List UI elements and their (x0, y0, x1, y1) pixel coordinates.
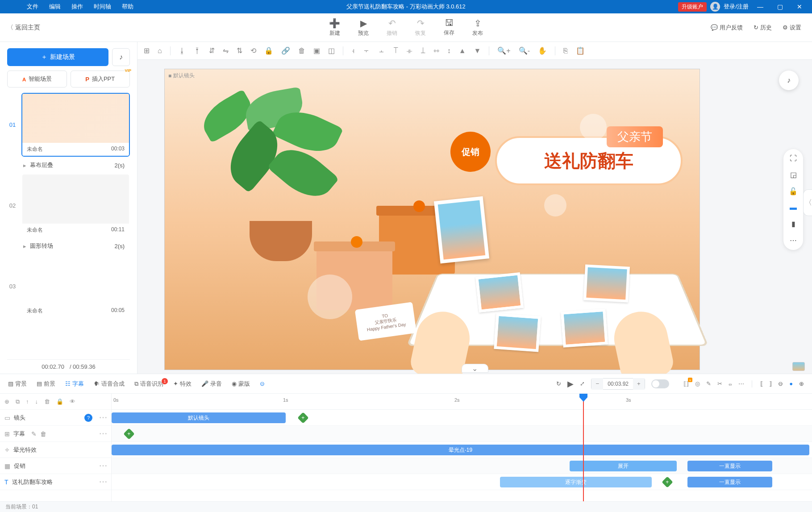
background-chip[interactable] (792, 362, 805, 371)
clip-always-show-2[interactable]: 一直显示 (687, 477, 772, 487)
tab-effects[interactable]: ✦特效 (173, 380, 192, 388)
sound-button[interactable]: ♪ (112, 48, 130, 66)
snap-toggle[interactable] (651, 379, 669, 388)
scene-card[interactable]: 未命名00:03 (21, 93, 130, 157)
playhead[interactable] (583, 394, 584, 501)
menu-help[interactable]: 帮助 (117, 1, 138, 12)
tab-subtitle[interactable]: ☷字幕 (65, 380, 84, 388)
dist-h-icon[interactable]: ⇿ (433, 46, 439, 55)
back-home-button[interactable]: 〈 返回主页 (7, 24, 40, 32)
del-icon[interactable]: 🗑 (40, 430, 46, 437)
arrow-up-icon[interactable]: ↑ (26, 398, 29, 405)
publish-button[interactable]: ⇪发布 (472, 18, 483, 37)
zoom-in-tl-icon[interactable]: ⊕ (799, 380, 804, 387)
track-row-promo[interactable]: 展开 一直显示 (112, 458, 812, 474)
expand-icon[interactable]: ⤢ (580, 380, 585, 387)
work-stage[interactable]: ■默认镜头 促销 父亲节 送礼防翻车 (137, 60, 812, 374)
timeline-tracks[interactable]: 0s 1s 2s 3s 默认镜头 + + 晕光点-19 展开 一直显示 逐字渐变… (112, 394, 812, 501)
out-point-icon[interactable]: ⟧ (769, 380, 772, 387)
history-button[interactable]: ↻历史 (754, 24, 772, 32)
flip-v-icon[interactable]: ⇅ (237, 46, 242, 55)
menu-timeline[interactable]: 时间轴 (89, 1, 116, 12)
bring-front-icon[interactable]: ▲ (459, 47, 466, 55)
scene-list[interactable]: 01 未命名00:03 ▸ 幕布层叠 2(s) 02 未命名00:11 ▸ (7, 93, 130, 359)
tab-tts[interactable]: 🗣语音合成 (94, 380, 125, 388)
home-icon[interactable]: ⌂ (158, 47, 162, 55)
timeline-collapse[interactable]: ⌄ (462, 364, 488, 373)
align-top-icon[interactable]: ⟙ (393, 47, 398, 55)
panel-collapse[interactable]: 〈 (803, 189, 812, 216)
scene-item-02[interactable]: 02 未命名00:11 (7, 174, 130, 237)
edit-tool-icon[interactable]: ✎ (706, 380, 711, 387)
dist-v-icon[interactable]: ↕ (447, 47, 451, 55)
menu-edit[interactable]: 编辑 (45, 1, 65, 12)
align-up-icon[interactable]: ⭱ (194, 47, 201, 55)
align-down-icon[interactable]: ⭳ (179, 47, 186, 55)
copy-icon[interactable]: ⎘ (563, 47, 568, 55)
zoom-out-icon[interactable]: 🔍- (519, 46, 530, 55)
stage-canvas[interactable]: ■默认镜头 促销 父亲节 送礼防翻车 (164, 69, 700, 370)
settings-button[interactable]: ⚙设置 (783, 24, 801, 32)
track-subtitle[interactable]: ⊞字幕✎🗑• • • (0, 426, 111, 442)
marker-icon[interactable]: ⟦⟧v (683, 380, 689, 387)
maximize-button[interactable]: ▢ (772, 2, 788, 12)
trash-icon[interactable]: 🗑 (298, 47, 305, 55)
help-icon[interactable]: ? (84, 414, 92, 422)
lock-icon[interactable]: 🔒 (264, 46, 273, 55)
timeline-ruler[interactable]: 0s 1s 2s 3s (112, 394, 812, 410)
tab-mask[interactable]: ◉蒙版 (232, 380, 250, 388)
add-track-icon[interactable]: ⊕ (4, 398, 9, 405)
track-promo[interactable]: ▦促销• • • (0, 458, 111, 474)
lock-track-icon[interactable]: 🔒 (56, 398, 63, 405)
track-camera[interactable]: ▭镜头?• • • (0, 410, 111, 426)
align-right-icon[interactable]: ⫠ (378, 47, 385, 55)
new-scene-button[interactable]: ＋新建场景 (7, 48, 108, 66)
camera-tool-icon[interactable]: ◎ (695, 380, 700, 387)
split-icon[interactable]: ◫ (328, 46, 335, 55)
preview-button[interactable]: ▶预览 (358, 18, 369, 37)
rotate-left-icon[interactable]: ⟲ (250, 46, 256, 55)
align-center-icon[interactable]: ⫟ (363, 47, 370, 55)
clip-always-show[interactable]: 一直显示 (687, 461, 772, 471)
track-title-text[interactable]: T送礼防翻车攻略• • • (0, 474, 111, 490)
fit-icon[interactable]: ◲ (790, 171, 797, 179)
transition-row-01[interactable]: ▸ 幕布层叠 2(s) (7, 159, 130, 174)
clip-grad-text[interactable]: 逐字渐变 (500, 477, 652, 487)
dots-tool-icon[interactable]: ⋯ (738, 380, 744, 387)
send-back-icon[interactable]: ▼ (474, 47, 481, 55)
tab-asr[interactable]: ⧉语音识别1 (134, 380, 163, 388)
clip-expand[interactable]: 展开 (570, 461, 677, 471)
undo-button[interactable]: ↶撤销 (387, 18, 397, 37)
track-row-glow[interactable]: 晕光点-19 (112, 442, 812, 458)
zoom-in-icon[interactable]: 🔍+ (497, 46, 510, 55)
add-keyframe[interactable]: + (123, 428, 134, 439)
clip-glow[interactable]: 晕光点-19 (112, 445, 809, 455)
track-row-title[interactable]: 逐字渐变 + 一直显示 (112, 474, 812, 490)
save-button[interactable]: 🖫保存 (444, 18, 454, 37)
close-button[interactable]: ✕ (791, 2, 808, 12)
align-left-icon[interactable]: ⫞ (351, 47, 355, 55)
align-bottom-icon[interactable]: ⟘ (421, 47, 425, 55)
more-icon[interactable]: ⋯ (790, 236, 797, 245)
menu-file[interactable]: 文件 (22, 1, 43, 12)
folder-icon[interactable]: ⧉ (16, 398, 20, 405)
add-keyframe[interactable]: + (297, 412, 308, 423)
add-keyframe[interactable]: + (662, 476, 673, 487)
track-glow-fx[interactable]: ✧晕光特效 (0, 442, 111, 458)
ruler-icon[interactable]: ⊞ (144, 46, 150, 55)
loop-icon[interactable]: ↻ (556, 380, 561, 387)
play-timeline-button[interactable]: ▶ (567, 379, 574, 389)
login-link[interactable]: 登录/注册 (724, 3, 749, 11)
music-fab[interactable]: ♪ (779, 71, 799, 90)
unlock-icon[interactable]: 🔓 (789, 187, 798, 196)
tab-record[interactable]: 🎤录音 (201, 380, 222, 388)
ai-scene-button[interactable]: ᴀ智能场景 (7, 71, 67, 87)
scene-card[interactable]: 未命名00:05 (21, 254, 130, 318)
trash-track-icon[interactable]: 🗑 (44, 398, 50, 405)
paste-icon[interactable]: 📋 (576, 46, 585, 55)
fullscreen-icon[interactable]: ⛶ (790, 154, 797, 162)
time-minus[interactable]: − (591, 378, 603, 390)
transition-row-02[interactable]: ▸ 圆形转场 2(s) (7, 240, 130, 254)
redo-button[interactable]: ↷恢复 (415, 18, 426, 37)
time-stepper[interactable]: − 00:03.92 + (591, 378, 645, 390)
